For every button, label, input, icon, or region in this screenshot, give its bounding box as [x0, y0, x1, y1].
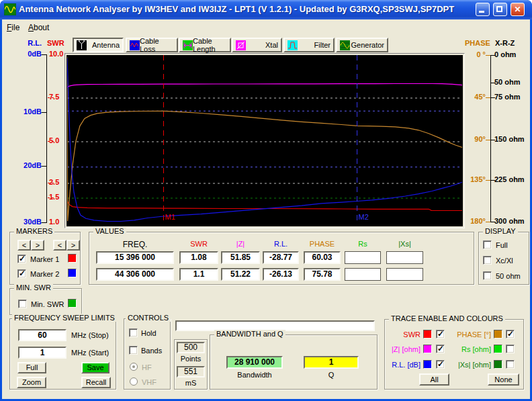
hold-checkbox[interactable]: [129, 328, 138, 337]
marker1-swr-value: 1.08: [179, 251, 218, 264]
axis-tick-dash: [42, 166, 46, 167]
trace-xs-swatch[interactable]: [494, 360, 502, 369]
generator-icon: [340, 40, 350, 50]
tab-antenna-label: Antenna: [92, 41, 120, 49]
q-value[interactable]: 1: [304, 356, 359, 369]
menu-item-about[interactable]: About: [27, 22, 50, 33]
display-50ohm-checkbox[interactable]: [483, 271, 492, 280]
rl-tick-label: 0dB: [15, 50, 42, 58]
phase-tick-label: 0 °: [460, 50, 486, 59]
vhf-radio: [130, 377, 138, 386]
rs-header: Rs: [345, 240, 381, 248]
close-button[interactable]: ✕: [511, 3, 525, 16]
values-group-title: VALUES: [93, 227, 126, 235]
tab-cable-loss-label: Cable Loss: [140, 37, 174, 53]
trace-phase-swatch[interactable]: [494, 330, 502, 339]
maximize-icon: [496, 6, 502, 12]
marker1-color-swatch[interactable]: [68, 254, 77, 263]
trace-rs-label: Rs [ohm]: [439, 345, 491, 353]
marker2-prev-button[interactable]: <: [53, 240, 66, 251]
tab-cable-length[interactable]: Cable Length: [179, 38, 231, 52]
menu-item-file[interactable]: File: [5, 22, 21, 33]
marker1-label: Marker 1: [30, 255, 59, 263]
trace-all-button[interactable]: All: [419, 373, 449, 386]
start-frequency-field[interactable]: 1: [18, 347, 66, 359]
trace-rl-swatch[interactable]: [423, 360, 432, 369]
plot-area[interactable]: M1M2: [66, 55, 463, 226]
tab-filter[interactable]: Filter: [283, 38, 335, 52]
tab-generator[interactable]: Generator: [336, 38, 388, 52]
recall-button[interactable]: Recall: [81, 377, 111, 388]
hold-label: Hold: [141, 329, 157, 337]
z-header: |Z|: [221, 240, 260, 248]
tab-xtal-label: Xtal: [265, 41, 278, 49]
markers-group-title: MARKERS: [14, 227, 54, 235]
trace-phase-checkbox[interactable]: [506, 330, 515, 339]
trace-z-swatch[interactable]: [423, 345, 432, 353]
marker1-xs-value: [386, 251, 423, 264]
marker1-z-value: 51.85: [221, 251, 260, 264]
marker2-rl-value: -26.13: [263, 268, 299, 281]
bandwidth-group-title: BANDWIDTH and Q: [214, 330, 285, 338]
bandwidth-label: Bandwidth: [226, 371, 283, 379]
trace-swr-label: SWR: [380, 330, 420, 339]
full-sweep-button[interactable]: Full: [17, 362, 46, 373]
axis-tick-dash: [491, 140, 495, 140]
rl-header: R.L.: [263, 240, 299, 248]
minimize-icon: [479, 11, 484, 13]
display-xcxl-checkbox[interactable]: [483, 256, 492, 265]
trace-xs-label: |Xs| [ohm]: [439, 361, 491, 369]
trace-swr-swatch[interactable]: [423, 330, 432, 339]
marker2-rs-value: [345, 268, 381, 281]
axis-tick-dash: [48, 183, 54, 183]
svg-text:M1: M1: [165, 213, 175, 221]
ohm-tick-label: 225 ohm: [494, 175, 529, 184]
cable-loss-icon: [130, 40, 140, 50]
marker1-checkbox[interactable]: [17, 255, 26, 263]
trace-rs-swatch[interactable]: [494, 345, 502, 353]
title-bar[interactable]: Antenna Network Analyser by IW3HEV and I…: [0, 0, 532, 19]
app-icon: [4, 3, 16, 15]
stop-frequency-field[interactable]: 60: [18, 329, 66, 341]
phase-header: PHASE: [304, 240, 341, 248]
zoom-button[interactable]: Zoom: [17, 377, 46, 388]
maximize-button[interactable]: [493, 3, 507, 16]
points-label: Points: [174, 355, 208, 363]
xs-header: |Xs|: [386, 240, 423, 248]
sweep-time-field: 551: [177, 366, 205, 377]
tab-cable-loss[interactable]: Cable Loss: [126, 38, 178, 52]
marker2-color-swatch[interactable]: [68, 269, 77, 277]
swr-axis-title: SWR: [47, 39, 69, 48]
axis-tick-dash: [42, 112, 46, 113]
tab-xtal[interactable]: Xtal: [232, 38, 282, 52]
save-button[interactable]: Save: [81, 362, 109, 373]
axis-tick-dash: [491, 180, 495, 181]
min-swr-checkbox[interactable]: [18, 300, 27, 308]
hf-label: HF: [142, 363, 152, 371]
marker2-z-value: 51.22: [221, 268, 260, 281]
sweep-group-title: FREQUENCY SWEEP LIMITS: [12, 314, 117, 322]
close-icon: ✕: [511, 4, 524, 15]
marker1-rl-value: -28.77: [263, 251, 299, 264]
display-full-checkbox[interactable]: [483, 240, 492, 249]
marker1-rs-value: [345, 251, 381, 264]
trace-xs-checkbox[interactable]: [506, 360, 515, 369]
trace-none-button[interactable]: None: [488, 373, 519, 386]
min-swr-label: Min. SWR: [31, 300, 64, 308]
trace-rl-label: R.L. [dB]: [380, 361, 420, 369]
minimize-button[interactable]: [476, 3, 490, 16]
axis-tick-dash: [48, 97, 54, 98]
marker1-next-button[interactable]: >: [31, 240, 44, 251]
ohm-tick-label: 300 ohm: [494, 217, 529, 226]
marker1-prev-button[interactable]: <: [17, 240, 31, 251]
axis-tick-dash: [491, 222, 495, 222]
xrz-axis-title: X-R-Z: [495, 39, 523, 48]
bands-checkbox[interactable]: [129, 346, 138, 355]
marker2-checkbox[interactable]: [17, 269, 26, 278]
points-field[interactable]: 500: [177, 342, 205, 353]
swr-tick-label: 10.0: [49, 50, 69, 58]
tab-antenna[interactable]: Antenna: [73, 38, 124, 52]
min-swr-color-swatch[interactable]: [68, 299, 77, 308]
trace-rs-checkbox[interactable]: [506, 345, 515, 353]
marker2-next-button[interactable]: >: [66, 240, 80, 251]
